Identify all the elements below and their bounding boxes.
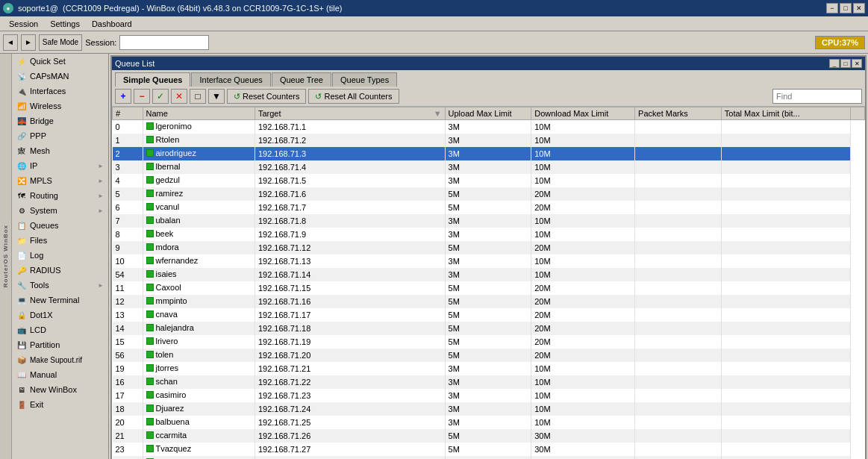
cell-upload: 3M	[445, 389, 531, 402]
sidebar-item-new-terminal[interactable]: 💻 New Terminal	[12, 293, 108, 307]
table-row[interactable]: 18 Djuarez 192.168.71.24 3M 10M	[113, 402, 865, 416]
queue-window-minimize[interactable]: _	[829, 59, 840, 68]
col-header-name[interactable]: Name	[143, 107, 255, 120]
table-row[interactable]: 17 casimiro 192.168.71.23 3M 10M	[113, 389, 865, 402]
sidebar-item-radius[interactable]: 🔑 RADIUS	[12, 263, 108, 278]
main-area: RouterOS WinBox ⚡ Quick Set 📡 CAPsMAN 🔌 …	[0, 54, 868, 459]
sidebar-item-routing[interactable]: 🗺 Routing ►	[12, 188, 108, 203]
add-button[interactable]: +	[115, 89, 131, 104]
cell-num: 6	[113, 201, 143, 214]
sidebar-item-lcd[interactable]: 📺 LCD	[12, 322, 108, 337]
sidebar-item-mpls[interactable]: 🔀 MPLS ►	[12, 173, 108, 188]
find-input[interactable]	[772, 89, 862, 104]
table-row[interactable]: 9 mdora 192.168.71.12 5M 20M	[113, 241, 865, 255]
col-header-target[interactable]: Target ▼	[255, 107, 445, 120]
forward-button[interactable]: ►	[21, 34, 36, 51]
sidebar-item-ppp[interactable]: 🔗 PPP	[12, 128, 108, 143]
tab-interface-queues[interactable]: Interface Queues	[191, 72, 270, 87]
table-row[interactable]: 14 halejandra 192.168.71.18 5M 20M	[113, 322, 865, 335]
sidebar-item-queues[interactable]: 📋 Queues	[12, 218, 108, 233]
menu-dashboard[interactable]: Dashboard	[86, 18, 138, 30]
cell-num: 9	[113, 241, 143, 255]
sidebar-item-bridge[interactable]: 🌉 Bridge	[12, 113, 108, 128]
table-row[interactable]: 23 Tvazquez 192.168.71.27 5M 30M	[113, 443, 865, 456]
minimize-button[interactable]: −	[826, 3, 838, 13]
sidebar-item-mesh[interactable]: 🕸 Mesh	[12, 143, 108, 158]
enable-button[interactable]: ✓	[152, 89, 169, 104]
disable-button[interactable]: ✕	[171, 89, 187, 104]
table-row[interactable]: 22 gmeza 192.168.71.28 3M 10M	[113, 456, 865, 460]
col-header-total[interactable]: Total Max Limit (bit...	[721, 107, 851, 120]
table-row[interactable]: 12 mmpinto 192.168.71.16 5M 20M	[113, 295, 865, 308]
col-header-download[interactable]: Download Max Limit	[531, 107, 635, 120]
sidebar-item-quick-set[interactable]: ⚡ Quick Set	[12, 54, 108, 69]
close-button[interactable]: ✕	[853, 3, 865, 13]
sidebar-label-mesh: Mesh	[30, 146, 50, 155]
tab-queue-types[interactable]: Queue Types	[332, 72, 397, 87]
table-row[interactable]: 8 beek 192.168.71.9 3M 10M	[113, 228, 865, 241]
table-row[interactable]: 3 lbernal 192.168.71.4 3M 10M	[113, 160, 865, 174]
menu-settings[interactable]: Settings	[44, 18, 86, 30]
cell-packets	[635, 362, 722, 375]
back-button[interactable]: ◄	[3, 34, 18, 51]
sidebar-item-new-winbox[interactable]: 🖥 New WinBox	[12, 382, 108, 397]
table-row[interactable]: 10 wfernandez 192.168.71.13 3M 10M	[113, 255, 865, 268]
col-header-packet[interactable]: Packet Marks	[635, 107, 722, 120]
table-row[interactable]: 5 ramirez 192.168.71.6 5M 20M	[113, 187, 865, 201]
remove-button[interactable]: −	[134, 89, 150, 104]
sidebar-item-wireless[interactable]: 📶 Wireless	[12, 99, 108, 113]
table-row[interactable]: 11 Caxool 192.168.71.15 5M 20M	[113, 281, 865, 295]
sidebar-item-tools[interactable]: 🔧 Tools ►	[12, 278, 108, 293]
sidebar-item-capsman[interactable]: 📡 CAPsMAN	[12, 69, 108, 84]
tab-queue-tree[interactable]: Queue Tree	[272, 72, 331, 87]
table-row[interactable]: 2 airodriguez 192.168.71.3 3M 10M	[113, 147, 865, 160]
sidebar-item-exit[interactable]: 🚪 Exit	[12, 397, 108, 412]
tab-simple-queues[interactable]: Simple Queues	[115, 72, 190, 87]
reset-all-counters-button[interactable]: ↺ Reset All Counters	[308, 89, 399, 104]
menu-session[interactable]: Session	[3, 18, 44, 30]
queue-window-maximize[interactable]: □	[840, 59, 851, 68]
cell-download: 10M	[531, 228, 635, 241]
cell-name: halejandra	[143, 322, 255, 335]
sidebar-item-system[interactable]: ⚙ System ►	[12, 203, 108, 218]
cell-num: 0	[113, 120, 143, 134]
queue-window-close[interactable]: ✕	[852, 59, 862, 68]
sidebar-item-ip[interactable]: 🌐 IP ►	[12, 158, 108, 173]
table-row[interactable]: 15 lrivero 192.168.71.19 5M 20M	[113, 335, 865, 349]
col-header-num[interactable]: #	[113, 107, 143, 120]
table-row[interactable]: 19 jtorres 192.168.71.21 3M 10M	[113, 362, 865, 375]
sidebar-item-make-supout[interactable]: 📦 Make Supout.rif	[12, 352, 108, 367]
maximize-button[interactable]: □	[840, 3, 852, 13]
reset-counters-button[interactable]: ↺ Reset Counters	[227, 89, 306, 104]
table-row[interactable]: 13 cnava 192.168.71.17 5M 20M	[113, 308, 865, 322]
table-row[interactable]: 0 lgeronimo 192.168.71.1 3M 10M	[113, 120, 865, 134]
cell-packets	[635, 349, 722, 362]
table-row[interactable]: 1 Rtolen 192.168.71.2 3M 10M	[113, 134, 865, 147]
safe-mode-button[interactable]: Safe Mode	[39, 34, 82, 51]
cell-total	[721, 201, 851, 214]
sidebar-item-log[interactable]: 📄 Log	[12, 248, 108, 263]
filter-button[interactable]: ▼	[208, 89, 225, 104]
table-row[interactable]: 20 balbuena 192.168.71.25 3M 10M	[113, 416, 865, 429]
cell-upload: 5M	[445, 241, 531, 255]
status-icon	[146, 351, 154, 358]
table-row[interactable]: 21 ccarmita 192.168.71.26 5M 30M	[113, 429, 865, 443]
sidebar-item-dot1x[interactable]: 🔒 Dot1X	[12, 307, 108, 322]
cell-total	[721, 308, 851, 322]
session-input[interactable]	[119, 35, 209, 50]
table-row[interactable]: 16 schan 192.168.71.22 3M 10M	[113, 375, 865, 389]
table-row[interactable]: 4 gedzul 192.168.71.5 3M 10M	[113, 174, 865, 187]
status-icon	[146, 445, 154, 452]
table-row[interactable]: 7 ubalan 192.168.71.8 3M 10M	[113, 214, 865, 228]
col-header-upload[interactable]: Upload Max Limit	[445, 107, 531, 120]
copy-button[interactable]: □	[190, 89, 206, 104]
table-row[interactable]: 6 vcanul 192.168.71.7 5M 20M	[113, 201, 865, 214]
sidebar-item-partition[interactable]: 💾 Partition	[12, 337, 108, 352]
table-row[interactable]: 54 isaies 192.168.71.14 3M 10M	[113, 268, 865, 281]
sidebar-item-manual[interactable]: 📖 Manual	[12, 367, 108, 382]
reset-counters-icon: ↺	[234, 92, 240, 102]
sidebar-item-interfaces[interactable]: 🔌 Interfaces	[12, 84, 108, 99]
table-row[interactable]: 56 tolen 192.168.71.20 5M 20M	[113, 349, 865, 362]
status-icon	[146, 284, 154, 291]
sidebar-item-files[interactable]: 📁 Files	[12, 233, 108, 248]
